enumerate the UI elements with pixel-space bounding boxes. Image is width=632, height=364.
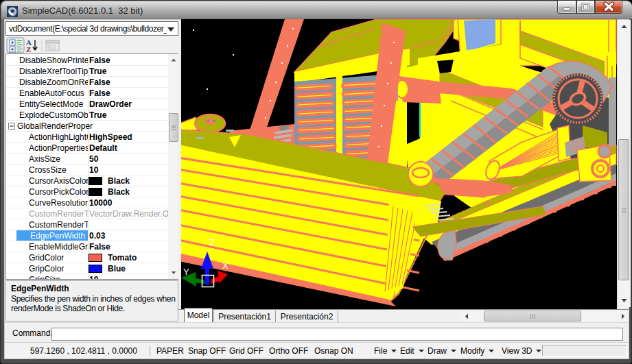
svg-text:Z: Z [209, 237, 215, 247]
svg-text:Z: Z [26, 45, 31, 53]
svg-text:X: X [222, 260, 229, 271]
